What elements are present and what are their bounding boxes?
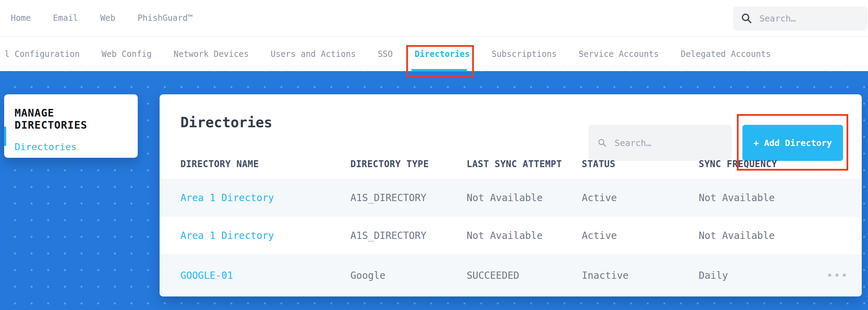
sync-frequency-cell: Not Available — [699, 230, 813, 241]
active-item-indicator — [4, 127, 6, 146]
page-content: MANAGE DIRECTORIES Directories Directori… — [0, 71, 868, 310]
manage-directories-panel: MANAGE DIRECTORIES Directories — [4, 94, 138, 158]
sync-frequency-cell: Daily — [699, 270, 813, 281]
col-header-directory-name: DIRECTORY NAME — [180, 159, 350, 169]
status-cell: Active — [582, 192, 699, 204]
directories-card: Directories + Add Directory DIRECTO — [160, 94, 862, 296]
tab-network-devices[interactable]: Network Devices — [173, 49, 249, 59]
col-header-status: STATUS — [582, 159, 699, 169]
nav-item-email[interactable]: Email — [53, 13, 78, 23]
tab-subscriptions[interactable]: Subscriptions — [492, 49, 557, 59]
tab-configuration[interactable]: l Configuration — [5, 49, 80, 59]
tab-delegated-accounts[interactable]: Delegated Accounts — [681, 49, 771, 59]
table-row: GOOGLE-01 Google SUCCEEDED Inactive Dail… — [160, 254, 862, 296]
tab-directories[interactable]: Directories — [415, 49, 470, 59]
global-search-input[interactable] — [759, 14, 860, 24]
directory-type-cell: A1S_DIRECTORY — [350, 230, 467, 241]
tab-service-accounts[interactable]: Service Accounts — [579, 49, 659, 59]
status-cell: Active — [582, 230, 699, 241]
sync-frequency-cell: Not Available — [699, 192, 813, 204]
section-tab-bar: l Configuration Web Config Network Devic… — [0, 37, 868, 71]
sidebar-heading: MANAGE DIRECTORIES — [15, 107, 127, 131]
tab-users-and-actions[interactable]: Users and Actions — [271, 49, 356, 59]
directories-table: DIRECTORY NAME DIRECTORY TYPE LAST SYNC … — [160, 149, 862, 296]
directory-name-link[interactable]: Area 1 Directory — [180, 192, 350, 204]
table-row: Area 1 Directory A1S_DIRECTORY Not Avail… — [160, 217, 862, 254]
more-actions-icon[interactable]: ••• — [813, 269, 862, 282]
directory-search-input[interactable] — [615, 138, 723, 148]
global-search-box[interactable] — [733, 6, 867, 31]
tab-sso[interactable]: SSO — [378, 49, 393, 59]
status-cell: Inactive — [582, 270, 699, 281]
search-icon — [741, 12, 752, 24]
tab-web-config[interactable]: Web Config — [102, 49, 152, 59]
top-nav: Home Email Web PhishGuard™ — [0, 0, 868, 37]
col-header-last-sync: LAST SYNC ATTEMPT — [467, 159, 582, 169]
table-header-row: DIRECTORY NAME DIRECTORY TYPE LAST SYNC … — [160, 149, 862, 179]
search-icon — [597, 137, 607, 148]
last-sync-cell: Not Available — [467, 230, 582, 241]
nav-item-home[interactable]: Home — [11, 13, 31, 23]
directory-type-cell: Google — [350, 270, 467, 281]
nav-item-web[interactable]: Web — [100, 13, 115, 23]
app-window: Home Email Web PhishGuard™ l Configurati… — [0, 0, 868, 310]
active-tab-underline — [411, 69, 467, 71]
col-header-sync-frequency: SYNC FREQUENCY — [699, 159, 813, 169]
directory-name-link[interactable]: Area 1 Directory — [180, 230, 350, 241]
page-title: Directories — [180, 114, 272, 130]
col-header-directory-type: DIRECTORY TYPE — [350, 159, 467, 169]
table-row: Area 1 Directory A1S_DIRECTORY Not Avail… — [160, 179, 862, 217]
directory-type-cell: A1S_DIRECTORY — [350, 192, 467, 204]
directory-name-link[interactable]: GOOGLE-01 — [180, 270, 350, 281]
nav-item-phishguard[interactable]: PhishGuard™ — [137, 13, 193, 23]
sidebar-item-directories[interactable]: Directories — [15, 141, 127, 152]
last-sync-cell: Not Available — [467, 192, 582, 204]
last-sync-cell: SUCCEEDED — [467, 270, 582, 281]
